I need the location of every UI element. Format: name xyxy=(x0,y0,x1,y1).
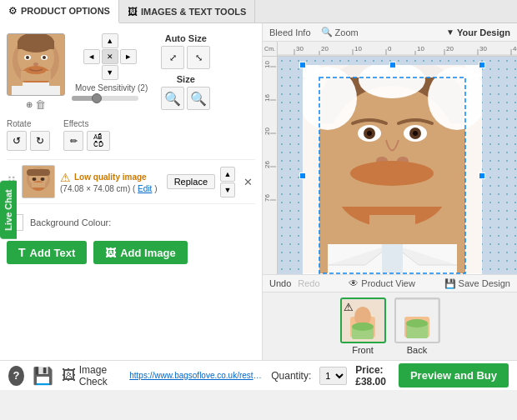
left-panel: ⊕ 🗑 ▲ ◄ ✕ ► ▼ xyxy=(0,23,263,360)
canvas-area[interactable]: Cm. 30 20 10 0 10 xyxy=(263,42,517,274)
rotate-right-btn[interactable]: ↻ xyxy=(30,131,50,151)
svg-point-9 xyxy=(33,62,38,66)
svg-text:10: 10 xyxy=(354,45,362,52)
delete-icon[interactable]: 🗑 xyxy=(35,98,46,111)
rotate-left-btn[interactable]: ↺ xyxy=(7,131,27,151)
svg-rect-4 xyxy=(18,41,54,49)
zoom-label: Zoom xyxy=(335,28,359,38)
image-dimensions: (74.08 × 74.08 cm) xyxy=(60,184,130,193)
ruler-corner: Cm. xyxy=(263,42,278,57)
move-sensitivity-label: Move Sensitivity (2) xyxy=(75,83,148,92)
effects-label: Effects xyxy=(63,119,110,128)
svg-text:0: 0 xyxy=(388,45,392,52)
auto-size-label: Auto Size xyxy=(161,33,210,43)
svg-point-62 xyxy=(413,131,418,136)
thumbnail-back[interactable]: Back xyxy=(394,298,440,355)
live-chat-label: Live Chat xyxy=(3,189,13,231)
nav-left-btn[interactable]: ◄ xyxy=(83,49,100,64)
replace-btn[interactable]: Replace xyxy=(167,174,215,189)
warning-triangle-icon: ⚠ xyxy=(60,171,71,184)
svg-text:30: 30 xyxy=(479,45,487,52)
design-arrow-icon: ▼ xyxy=(446,28,454,37)
back-thumb-svg xyxy=(396,300,438,342)
undo-redo-section: Undo Redo xyxy=(269,278,320,288)
front-thumb-label: Front xyxy=(352,345,374,355)
edit-link[interactable]: Edit xyxy=(138,184,152,193)
image-check-icon: 🖼 xyxy=(62,368,76,384)
tab-product-options-label: PRODUCT OPTIONS xyxy=(21,6,110,16)
url-bar[interactable]: https://www.bagsoflove.co.uk/restore/des… xyxy=(129,371,263,380)
tab-product-options[interactable]: ⚙ PRODUCT OPTIONS xyxy=(0,0,119,23)
svg-point-19 xyxy=(33,178,37,181)
live-chat-btn[interactable]: Live Chat xyxy=(0,181,17,239)
nav-right-btn[interactable]: ► xyxy=(120,49,137,64)
pencil-btn[interactable]: ✏ xyxy=(63,131,83,151)
front-warning-icon: ⚠ xyxy=(344,301,354,313)
add-image-btn[interactable]: 🖼 Add Image xyxy=(93,241,187,264)
layer-close-btn[interactable]: ✕ xyxy=(240,174,255,189)
svg-text:20: 20 xyxy=(446,45,454,52)
bleed-info-btn[interactable]: Bleed Info xyxy=(269,28,311,38)
front-thumb-img[interactable]: ⚠ xyxy=(340,298,386,343)
face-image-container[interactable] xyxy=(303,65,482,274)
tab-images-text-tools[interactable]: 🖼 IMAGES & TEXT TOOLS xyxy=(119,0,255,23)
preview-buy-btn[interactable]: Preview and Buy xyxy=(399,363,509,388)
your-design-label: Your Design xyxy=(457,28,510,38)
svg-rect-70 xyxy=(382,244,403,274)
gear-icon: ⚙ xyxy=(8,5,18,17)
svg-rect-68 xyxy=(369,215,415,248)
svg-text:30: 30 xyxy=(296,45,304,52)
nav-down-btn[interactable]: ▼ xyxy=(102,65,118,80)
ruler-left-svg: 10 16 20 26 76 xyxy=(263,42,277,274)
svg-rect-22 xyxy=(32,182,45,188)
zoom-out-btn[interactable]: 🔍 xyxy=(187,87,210,110)
zoom-search-icon: 🔍 xyxy=(321,27,333,38)
price-label: Price: £38.00 xyxy=(355,364,390,388)
svg-point-87 xyxy=(406,319,428,328)
layer-thumbnail xyxy=(22,165,55,198)
ruler-top: 30 20 10 0 10 20 30 40 xyxy=(278,42,517,57)
nav-cross-btn[interactable]: ✕ xyxy=(102,49,118,64)
design-canvas[interactable] xyxy=(278,57,517,274)
your-design-section: ▼ Your Design xyxy=(446,28,510,38)
image-check-label: Image Check xyxy=(79,364,122,388)
tab-images-text-tools-label: IMAGES & TEXT TOOLS xyxy=(141,7,246,17)
save-file-btn[interactable]: 💾 xyxy=(33,366,53,386)
right-panel: Bleed Info 🔍 Zoom ▼ Your Design Cm. xyxy=(263,23,517,360)
zoom-section: 🔍 Zoom xyxy=(321,27,359,38)
auto-size-shrink-btn[interactable]: ⤡ xyxy=(187,46,210,69)
undo-btn[interactable]: Undo xyxy=(269,278,291,288)
svg-rect-18 xyxy=(27,169,50,176)
auto-size-expand-btn[interactable]: ⤢ xyxy=(161,46,184,69)
back-thumb-img[interactable] xyxy=(394,298,440,343)
help-btn[interactable]: ? xyxy=(8,366,24,386)
product-view-btn[interactable]: 👁 Product View xyxy=(349,278,415,289)
add-text-btn[interactable]: T Add Text xyxy=(7,241,87,264)
zoom-in-btn[interactable]: 🔍 xyxy=(161,87,184,110)
face-thumbnail xyxy=(8,34,64,95)
rotate-label: Rotate xyxy=(7,119,50,128)
quantity-select[interactable]: 1 2 3 4 5 xyxy=(319,367,347,385)
svg-text:76: 76 xyxy=(264,194,271,202)
effects-text-btn[interactable]: ĀB̄C̄D̄ xyxy=(87,131,110,151)
thumbnail-row: ⚠ Front xyxy=(263,292,517,360)
face-image-svg xyxy=(303,65,482,274)
bottom-bar: ? 💾 🖼 Image Check https://www.bagsoflove… xyxy=(0,360,517,390)
size-label: Size xyxy=(161,74,210,84)
move-icon: ⊕ xyxy=(26,100,33,109)
nav-up-btn[interactable]: ▲ xyxy=(102,33,118,48)
save-file-icon: 💾 xyxy=(33,367,53,385)
sensitivity-slider-thumb[interactable] xyxy=(92,93,102,103)
image-check-section[interactable]: 🖼 Image Check xyxy=(62,364,122,388)
svg-text:26: 26 xyxy=(264,161,271,168)
save-design-btn[interactable]: 💾 Save Design xyxy=(444,278,510,289)
layer-down-btn[interactable]: ▼ xyxy=(220,182,235,198)
svg-point-7 xyxy=(26,56,29,59)
thumbnail-front[interactable]: ⚠ Front xyxy=(340,298,386,355)
layer-up-btn[interactable]: ▲ xyxy=(220,167,235,182)
bottom-right: Quantity: 1 2 3 4 5 Price: £38.00 Previe… xyxy=(271,363,509,388)
redo-btn[interactable]: Redo xyxy=(298,278,319,288)
ruler-top-svg: 30 20 10 0 10 20 30 40 xyxy=(278,42,517,56)
quality-warning-label: Low quality image xyxy=(74,172,147,182)
back-thumb-label: Back xyxy=(407,345,427,355)
